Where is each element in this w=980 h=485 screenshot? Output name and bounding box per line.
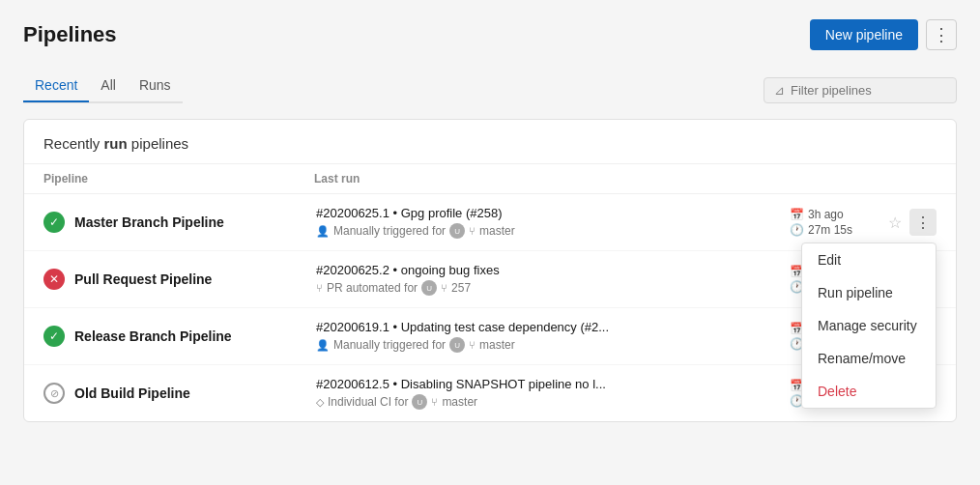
trigger-text: Individual CI for xyxy=(328,395,408,409)
run-sub: 👤 Manually triggered for U ⑂ master xyxy=(316,337,790,353)
run-time-ago: 📅 3h ago xyxy=(790,208,844,221)
run-desc: ongoing bug fixes xyxy=(401,263,500,277)
tabs: Recent All Runs xyxy=(23,70,183,103)
run-id: #20200619.1 xyxy=(316,320,389,334)
pipeline-name: Master Branch Pipeline xyxy=(74,214,316,230)
column-headers: Pipeline Last run xyxy=(24,164,956,194)
run-desc: Updating test case dependency (#2... xyxy=(401,320,609,334)
filter-pipelines-input[interactable] xyxy=(791,83,945,98)
trigger-text: Manually triggered for xyxy=(333,338,446,352)
avatar: U xyxy=(421,280,437,296)
run-bullet: • xyxy=(393,206,401,220)
new-pipeline-button[interactable]: New pipeline xyxy=(810,19,918,50)
dropdown-menu: Edit Run pipeline Manage security Rename… xyxy=(801,242,937,409)
status-success-icon: ✓ xyxy=(43,326,65,347)
pipeline-row: ✓ Master Branch Pipeline #20200625.1 • G… xyxy=(24,194,956,251)
run-title: #20200619.1 • Updating test case depende… xyxy=(316,320,790,334)
header-more-icon: ⋮ xyxy=(933,24,950,45)
run-title: #20200625.1 • Gpg profile (#258) xyxy=(316,206,790,220)
branch-name: 257 xyxy=(451,281,471,295)
trigger-text: Manually triggered for xyxy=(333,224,446,238)
page-title: Pipelines xyxy=(23,22,117,47)
pipeline-name: Pull Request Pipeline xyxy=(74,271,316,287)
avatar: U xyxy=(412,394,427,410)
lastrun-col: #20200625.1 • Gpg profile (#258) 👤 Manua… xyxy=(316,206,937,239)
status-success-icon: ✓ xyxy=(43,212,65,233)
run-desc: Disabling SNAPSHOT pipeline no l... xyxy=(401,377,606,391)
run-sub: ◇ Individual CI for U ⑂ master xyxy=(316,394,790,410)
run-title: #20200612.5 • Disabling SNAPSHOT pipelin… xyxy=(316,377,790,391)
avatar: U xyxy=(449,337,465,353)
header-actions: New pipeline ⋮ xyxy=(810,19,957,50)
trigger-text: PR automated for xyxy=(327,281,418,295)
run-duration: 🕐 27m 15s xyxy=(790,223,852,237)
dropdown-item-delete[interactable]: Delete xyxy=(802,375,936,408)
run-id: #20200625.1 xyxy=(316,206,389,220)
dropdown-item-run-pipeline[interactable]: Run pipeline xyxy=(802,276,936,309)
status-skipped-icon: ⊘ xyxy=(43,383,65,404)
run-bullet: • xyxy=(393,320,401,334)
status-failed-icon: ✕ xyxy=(43,269,65,290)
trigger-icon: 👤 xyxy=(316,225,330,238)
pipelines-card: Recently run pipelines Pipeline Last run… xyxy=(23,119,957,422)
time-ago-text: 3h ago xyxy=(808,208,844,221)
trigger-icon: ⑂ xyxy=(316,282,323,294)
tab-runs[interactable]: Runs xyxy=(128,70,183,102)
branch-icon: ⑂ xyxy=(469,225,476,237)
lastrun-info: #20200612.5 • Disabling SNAPSHOT pipelin… xyxy=(316,377,790,410)
col-header-lastrun: Last run xyxy=(314,172,937,185)
branch-icon: ⑂ xyxy=(441,282,447,294)
star-button[interactable]: ☆ xyxy=(884,210,906,236)
run-id: #20200612.5 xyxy=(316,377,389,391)
pipeline-name: Old Build Pipeline xyxy=(74,385,316,401)
lastrun-info: #20200619.1 • Updating test case depende… xyxy=(316,320,790,353)
filter-pipelines-input-wrap: ⊿ xyxy=(764,77,957,103)
run-sub: 👤 Manually triggered for U ⑂ master xyxy=(316,223,790,239)
branch-name: master xyxy=(479,338,515,352)
run-bullet: • xyxy=(393,263,401,277)
clock-icon: 🕐 xyxy=(790,223,804,237)
branch-icon: ⑂ xyxy=(431,396,438,408)
pipeline-name: Release Branch Pipeline xyxy=(74,328,316,344)
tab-all[interactable]: All xyxy=(89,70,128,102)
run-time-col: 📅 3h ago 🕐 27m 15s xyxy=(790,208,877,237)
header-more-button[interactable]: ⋮ xyxy=(926,19,957,50)
avatar: U xyxy=(449,223,465,239)
dropdown-item-manage-security[interactable]: Manage security xyxy=(802,309,936,342)
filter-icon: ⊿ xyxy=(774,83,785,98)
duration-text: 27m 15s xyxy=(808,223,852,237)
calendar-icon: 📅 xyxy=(790,208,804,221)
lastrun-info: #20200625.1 • Gpg profile (#258) 👤 Manua… xyxy=(316,206,790,239)
row-more-button[interactable]: ⋮ xyxy=(909,209,937,236)
card-header: Recently run pipelines xyxy=(24,120,956,164)
tab-recent[interactable]: Recent xyxy=(23,70,89,102)
trigger-icon: ◇ xyxy=(316,396,324,409)
dropdown-item-rename-move[interactable]: Rename/move xyxy=(802,342,936,375)
run-title: #20200625.2 • ongoing bug fixes xyxy=(316,263,790,277)
branch-name: master xyxy=(442,395,477,409)
lastrun-info: #20200625.2 • ongoing bug fixes ⑂ PR aut… xyxy=(316,263,790,296)
branch-icon: ⑂ xyxy=(469,339,476,351)
run-id: #20200625.2 xyxy=(316,263,389,277)
col-header-pipeline: Pipeline xyxy=(43,172,314,185)
run-desc: Gpg profile (#258) xyxy=(401,206,503,220)
trigger-icon: 👤 xyxy=(316,339,330,352)
run-bullet: • xyxy=(393,377,401,391)
dropdown-item-edit[interactable]: Edit xyxy=(802,243,936,276)
branch-name: master xyxy=(479,224,515,238)
run-sub: ⑂ PR automated for U ⑂ 257 xyxy=(316,280,790,296)
